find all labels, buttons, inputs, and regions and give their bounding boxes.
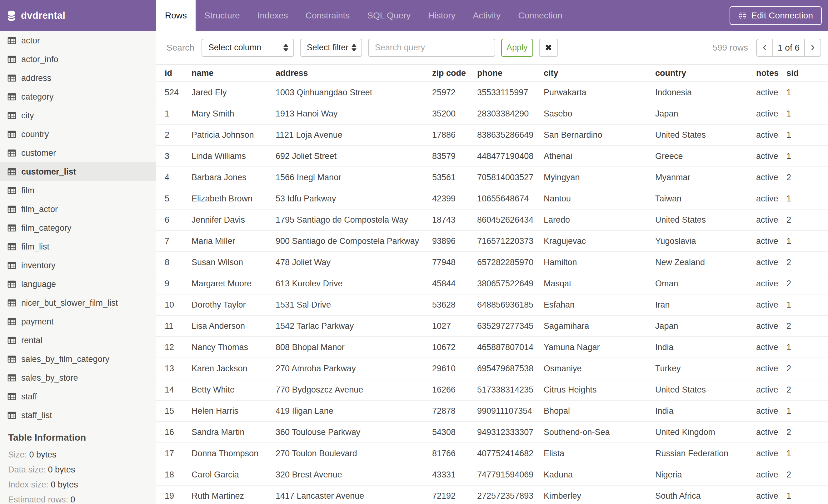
column-header[interactable]: notes (756, 65, 786, 82)
cell-city: Osmaniye (544, 358, 655, 379)
sidebar-item-table[interactable]: country (0, 125, 156, 144)
sidebar-item-table[interactable]: actor (0, 31, 156, 50)
column-header[interactable]: address (276, 65, 432, 82)
tab[interactable]: Rows (156, 0, 196, 31)
table-row[interactable]: 19 Ruth Martinez 1417 Lancaster Avenue 7… (156, 485, 828, 504)
tab[interactable]: Structure (196, 0, 249, 31)
sidebar-item-table[interactable]: rental (0, 331, 156, 350)
table-row[interactable]: 7 Maria Miller 900 Santiago de Compostel… (156, 230, 828, 252)
sidebar-item-table[interactable]: nicer_but_slower_film_list (0, 293, 156, 312)
table-row[interactable]: 12 Nancy Thomas 808 Bhopal Manor 10672 4… (156, 337, 828, 358)
cell-name: Helen Harris (192, 400, 276, 421)
cell-zip-code: 45844 (432, 273, 477, 294)
sidebar-item-table[interactable]: film_category (0, 219, 156, 237)
column-header[interactable]: name (192, 65, 276, 82)
table-icon (7, 261, 16, 270)
edit-connection-button[interactable]: Edit Connection (730, 6, 822, 25)
sidebar-item-table[interactable]: customer_list (0, 163, 156, 181)
sidebar-item-table[interactable]: inventory (0, 256, 156, 275)
cell-phone: 657282285970 (477, 252, 544, 273)
table-icon (7, 92, 16, 101)
tab[interactable]: Constraints (297, 0, 359, 31)
sidebar-item-table[interactable]: address (0, 69, 156, 87)
cell-name: Betty White (192, 379, 276, 400)
cell-id: 11 (156, 315, 192, 337)
column-header[interactable]: zip code (432, 65, 477, 82)
table-row[interactable]: 6 Jennifer Davis 1795 Santiago de Compos… (156, 209, 828, 230)
table-icon (7, 55, 16, 64)
cell-country: Greece (655, 145, 756, 167)
apply-button[interactable]: Apply (501, 39, 533, 57)
sidebar-item-label: address (21, 74, 51, 83)
table-row[interactable]: 2 Patricia Johnson 1121 Loja Avenue 1788… (156, 124, 828, 145)
sidebar-item-label: staff (21, 392, 37, 402)
column-header[interactable]: id (156, 65, 192, 82)
table-row[interactable]: 524 Jared Ely 1003 Qinhuangdao Street 25… (156, 82, 828, 103)
sidebar-item-table[interactable]: film_actor (0, 200, 156, 219)
cell-address: 1417 Lancaster Avenue (276, 485, 432, 504)
sidebar-item-table[interactable]: film_list (0, 237, 156, 256)
table-row[interactable]: 8 Susan Wilson 478 Joliet Way 77948 6572… (156, 252, 828, 273)
cell-country: India (655, 337, 756, 358)
info-label: Index size: (8, 480, 51, 489)
sidebar-item-label: category (21, 92, 54, 102)
sidebar-item-table[interactable]: film (0, 181, 156, 200)
cell-address: 270 Amroha Parkway (276, 358, 432, 379)
column-select-value: Select column (208, 43, 261, 52)
cell-address: 53 Idfu Parkway (276, 188, 432, 209)
table-icon (7, 242, 16, 251)
sidebar-item-table[interactable]: customer (0, 144, 156, 163)
cell-city: Esfahan (544, 294, 655, 315)
column-header[interactable]: city (544, 65, 655, 82)
table-row[interactable]: 17 Donna Thompson 270 Toulon Boulevard 8… (156, 443, 828, 464)
sidebar-item-table[interactable]: city (0, 106, 156, 125)
cell-name: Nancy Thomas (192, 337, 276, 358)
clear-filter-button[interactable]: ✖ (539, 39, 558, 57)
sidebar-item-table[interactable]: staff (0, 387, 156, 406)
sidebar-item-table[interactable]: actor_info (0, 50, 156, 69)
table-row[interactable]: 9 Margaret Moore 613 Korolev Drive 45844… (156, 273, 828, 294)
cell-city: Purwakarta (544, 82, 655, 103)
table-row[interactable]: 11 Lisa Anderson 1542 Tarlac Parkway 102… (156, 315, 828, 337)
tab[interactable]: Indexes (249, 0, 297, 31)
cell-zip-code: 18743 (432, 209, 477, 230)
tab[interactable]: History (419, 0, 464, 31)
table-row[interactable]: 18 Carol Garcia 320 Brest Avenue 43331 7… (156, 464, 828, 485)
cell-phone: 517338314235 (477, 379, 544, 400)
cell-notes: active (756, 379, 786, 400)
table-row[interactable]: 14 Betty White 770 Bydgoszcz Avenue 1626… (156, 379, 828, 400)
cell-phone: 705814003527 (477, 167, 544, 188)
table-row[interactable]: 4 Barbara Jones 1566 Inegl Manor 53561 7… (156, 167, 828, 188)
previous-page-button[interactable]: ‹ (757, 39, 772, 56)
table-row[interactable]: 1 Mary Smith 1913 Hanoi Way 35200 283033… (156, 103, 828, 124)
column-header[interactable]: phone (477, 65, 544, 82)
sidebar-item-table[interactable]: staff_list (0, 406, 156, 425)
cell-zip-code: 53628 (432, 294, 477, 315)
table-icon (7, 186, 16, 195)
sidebar-item-table[interactable]: category (0, 87, 156, 106)
table-information-row: Size: 0 bytes (8, 447, 148, 462)
next-page-button[interactable]: › (805, 39, 821, 56)
table-row[interactable]: 15 Helen Harris 419 Iligan Lane 72878 99… (156, 400, 828, 421)
cell-sid: 1 (786, 188, 828, 209)
column-header[interactable]: country (655, 65, 756, 82)
sidebar-item-table[interactable]: payment (0, 312, 156, 331)
table-row[interactable]: 13 Karen Jackson 270 Amroha Parkway 2961… (156, 358, 828, 379)
tab[interactable]: Connection (509, 0, 571, 31)
cell-phone: 10655648674 (477, 188, 544, 209)
info-label: Size: (8, 450, 29, 459)
column-select[interactable]: Select column (202, 39, 294, 57)
sidebar-item-table[interactable]: language (0, 275, 156, 293)
table-row[interactable]: 16 Sandra Martin 360 Toulouse Parkway 54… (156, 421, 828, 443)
search-query-input[interactable] (368, 39, 495, 57)
sidebar-item-table[interactable]: sales_by_film_category (0, 350, 156, 368)
table-row[interactable]: 3 Linda Williams 692 Joliet Street 83579… (156, 145, 828, 167)
table-row[interactable]: 10 Dorothy Taylor 1531 Sal Drive 53628 6… (156, 294, 828, 315)
filter-select[interactable]: Select filter (300, 39, 362, 57)
tab[interactable]: SQL Query (358, 0, 419, 31)
table-row[interactable]: 5 Elizabeth Brown 53 Idfu Parkway 42399 … (156, 188, 828, 209)
column-header[interactable]: sid (786, 65, 828, 82)
cell-country: Taiwan (655, 188, 756, 209)
tab[interactable]: Activity (464, 0, 509, 31)
sidebar-item-table[interactable]: sales_by_store (0, 368, 156, 387)
